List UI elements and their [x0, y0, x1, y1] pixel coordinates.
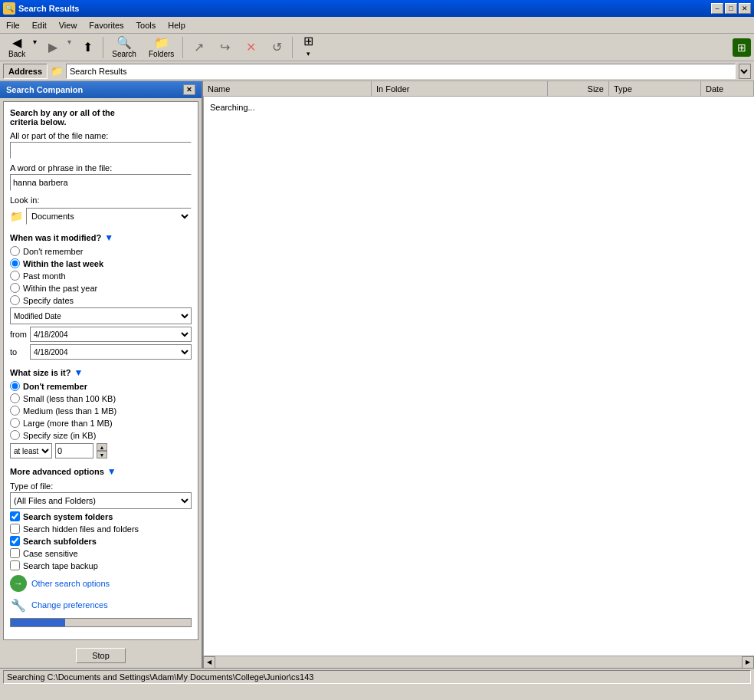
- checkbox-system-folders-input[interactable]: [10, 511, 20, 521]
- radio-last-week-input[interactable]: [10, 258, 20, 268]
- to-label: to: [10, 347, 27, 357]
- size-down-arrow[interactable]: ▼: [97, 451, 107, 458]
- h-scroll-track[interactable]: [215, 656, 742, 669]
- size-radio-small: Small (less than 100 KB): [10, 393, 192, 403]
- search-panel: Search Companion ✕ Search by any or all …: [0, 81, 203, 668]
- back-button[interactable]: ◀ Back: [3, 35, 31, 60]
- address-dropdown[interactable]: ▾: [739, 64, 751, 79]
- look-in-folder-icon: 📁: [10, 210, 23, 222]
- phrase-input[interactable]: [10, 174, 192, 191]
- forward-icon: ▶: [48, 41, 57, 54]
- h-scroll-left[interactable]: ◀: [203, 656, 215, 669]
- delete-button[interactable]: ✕: [238, 35, 263, 60]
- h-scroll-right[interactable]: ▶: [742, 656, 754, 669]
- file-name-input[interactable]: [10, 142, 192, 159]
- forward-button[interactable]: ▶: [41, 35, 65, 60]
- advanced-options-header[interactable]: More advanced options ▼: [10, 466, 192, 477]
- stop-area: Stop: [0, 643, 202, 668]
- menu-file[interactable]: File: [0, 17, 26, 33]
- look-in-label: Look in:: [10, 196, 192, 205]
- phrase-label: A word or phrase in the file:: [10, 163, 192, 173]
- change-prefs-link[interactable]: 🔧 Change preferences: [10, 596, 192, 613]
- checkbox-tape-backup-input[interactable]: [10, 560, 20, 570]
- menu-bar: File Edit View Favorites Tools Help: [0, 17, 754, 34]
- main-container: Search Companion ✕ Search by any or all …: [0, 81, 754, 668]
- radio-specify-dates-input[interactable]: [10, 295, 20, 305]
- radio-specify-dates: Specify dates: [10, 295, 192, 305]
- other-search-options-link[interactable]: → Other search options: [10, 575, 192, 592]
- when-modified-arrow: ▼: [104, 232, 113, 243]
- col-header-type[interactable]: Type: [609, 81, 701, 96]
- size-input-row: at least at most ▲ ▼: [10, 443, 192, 458]
- size-radio-specify: Specify size (in KB): [10, 430, 192, 440]
- panel-close-button[interactable]: ✕: [183, 84, 195, 95]
- radio-dont-remember-input[interactable]: [10, 246, 20, 256]
- what-size-arrow: ▼: [74, 367, 83, 378]
- stop-button[interactable]: Stop: [76, 648, 126, 663]
- window-icon: 🔍: [3, 2, 15, 15]
- folders-icon: 📁: [154, 37, 169, 49]
- size-number-input[interactable]: [55, 443, 93, 458]
- menu-help[interactable]: Help: [162, 17, 192, 33]
- size-up-arrow[interactable]: ▲: [97, 443, 107, 451]
- size-radio-large-input[interactable]: [10, 418, 20, 428]
- to-date-select[interactable]: 4/18/2004: [30, 344, 192, 360]
- size-radio-small-input[interactable]: [10, 393, 20, 403]
- size-radio-dont-remember-input[interactable]: [10, 381, 20, 391]
- status-panel: Searching C:\Documents and Settings\Adam…: [3, 670, 751, 684]
- undo-button[interactable]: ↺: [264, 35, 289, 60]
- title-bar-left: 🔍 Search Results: [3, 2, 79, 15]
- checkbox-system-folders-label: Search system folders: [23, 512, 113, 521]
- from-date-select[interactable]: 4/18/2004: [30, 327, 192, 342]
- close-button[interactable]: ✕: [739, 3, 751, 14]
- search-button[interactable]: 🔍 Search: [107, 35, 142, 60]
- views-button[interactable]: ⊞ ▾: [296, 35, 320, 60]
- size-radio-specify-input[interactable]: [10, 430, 20, 440]
- look-in-row: 📁 Documents My Computer Local Disk (C:): [10, 208, 192, 225]
- copy-to-button[interactable]: ↪: [212, 35, 237, 60]
- up-button[interactable]: ⬆: [75, 35, 100, 60]
- look-in-select[interactable]: Documents My Computer Local Disk (C:): [26, 208, 192, 225]
- maximize-button[interactable]: □: [725, 3, 737, 14]
- forward-arrow-button[interactable]: ▾: [65, 35, 74, 60]
- col-header-name[interactable]: Name: [203, 81, 372, 96]
- checkbox-subfolders: Search subfolders: [10, 536, 192, 546]
- file-type-select[interactable]: (All Files and Folders) Text Documents (…: [10, 492, 192, 509]
- radio-past-year-input[interactable]: [10, 283, 20, 293]
- what-size-header[interactable]: What size is it? ▼: [10, 367, 192, 378]
- h-scrollbar[interactable]: ◀ ▶: [203, 656, 754, 668]
- radio-past-month-input[interactable]: [10, 271, 20, 281]
- checkbox-subfolders-input[interactable]: [10, 536, 20, 546]
- menu-favorites[interactable]: Favorites: [83, 17, 129, 33]
- size-radio-dont-remember: Don't remember: [10, 381, 192, 391]
- folders-button[interactable]: 📁 Folders: [143, 35, 179, 60]
- menu-view[interactable]: View: [53, 17, 84, 33]
- move-to-button[interactable]: ↗: [186, 35, 211, 60]
- size-radio-small-label: Small (less than 100 KB): [23, 394, 116, 403]
- col-header-date[interactable]: Date: [701, 81, 754, 96]
- delete-icon: ✕: [246, 41, 256, 54]
- address-input[interactable]: [66, 64, 736, 79]
- when-modified-header[interactable]: When was it modified? ▼: [10, 232, 192, 243]
- panel-title: Search Companion: [6, 85, 83, 94]
- title-buttons: – □ ✕: [711, 3, 751, 14]
- back-arrow-button[interactable]: ▾: [31, 35, 39, 60]
- up-icon: ⬆: [83, 41, 93, 54]
- change-prefs-icon: 🔧: [10, 596, 27, 613]
- status-text: Searching C:\Documents and Settings\Adam…: [7, 672, 313, 682]
- size-radio-medium-input[interactable]: [10, 406, 20, 416]
- modified-date-select[interactable]: Modified Date Created Date Accessed Date: [10, 307, 192, 324]
- section-title: Search by any or all of the criteria bel…: [10, 108, 192, 127]
- col-header-folder[interactable]: In Folder: [372, 81, 548, 96]
- minimize-button[interactable]: –: [711, 3, 723, 14]
- menu-edit[interactable]: Edit: [26, 17, 53, 33]
- toolbar-separator-2: [182, 37, 183, 58]
- searching-text: Searching...: [204, 97, 754, 118]
- checkbox-case-sensitive-input[interactable]: [10, 548, 20, 558]
- undo-icon: ↺: [272, 41, 282, 54]
- search-icon: 🔍: [116, 37, 132, 49]
- checkbox-hidden-files-input[interactable]: [10, 524, 20, 534]
- menu-tools[interactable]: Tools: [130, 17, 162, 33]
- col-header-size[interactable]: Size: [548, 81, 609, 96]
- size-comparator-select[interactable]: at least at most: [10, 443, 52, 458]
